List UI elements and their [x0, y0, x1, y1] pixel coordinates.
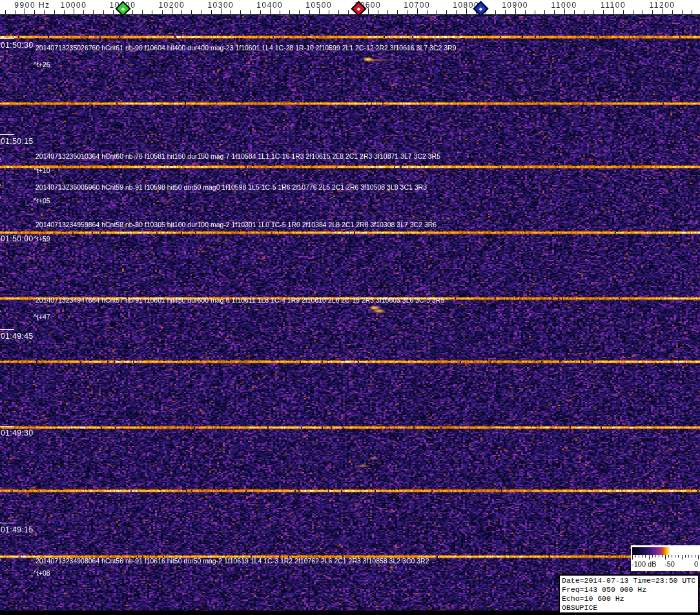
freq-axis-label-9900: 9900 Hz — [14, 1, 50, 10]
event-time-tag: ^t+59 — [34, 235, 50, 243]
legend-tick — [692, 555, 692, 558]
time-label: 01:50:30 — [1, 41, 34, 50]
event-info-line: 20140713234959864 hCnt58 nb-80 f10305 hi… — [36, 221, 437, 228]
legend-tick — [665, 555, 666, 560]
legend-tick — [655, 555, 656, 558]
freq-axis-label-10400: 10400 — [256, 1, 283, 10]
freq-axis-label-10000: 10000 — [61, 1, 87, 10]
color-scale-legend: -100 dB -50 0 — [631, 545, 700, 571]
freq-axis-label-10300: 10300 — [207, 1, 234, 10]
event-info-line: 20140713235005960 hCnt59 nb-91 f10598 hi… — [36, 183, 427, 191]
legend-tick — [695, 555, 695, 558]
time-tick — [0, 523, 14, 523]
edge-caret-mark: ^ — [0, 183, 1, 190]
marker-blue-center-dot — [479, 7, 483, 11]
event-info-line: 20140713234947664 hCnt57 nb-91 f10601 hi… — [36, 296, 444, 304]
legend-tick — [675, 555, 675, 558]
legend-tick — [639, 555, 639, 558]
legend-tick — [632, 555, 633, 560]
freq-axis-label-10900: 10900 — [502, 1, 528, 10]
legend-tick — [678, 555, 679, 558]
freq-axis-label-11100: 11100 — [601, 1, 626, 10]
event-time-tag: ^t+05 — [34, 197, 50, 205]
legend-tick — [688, 555, 689, 558]
legend-label-mid: -50 — [664, 560, 675, 568]
time-label: 01:49:15 — [1, 525, 34, 534]
legend-tick — [662, 555, 663, 558]
legend-tick — [645, 555, 646, 558]
freq-axis-label-10200: 10200 — [158, 1, 185, 10]
legend-tick — [668, 555, 669, 558]
legend-label-max: 0 — [694, 560, 698, 568]
edge-caret-mark: ^ — [0, 58, 1, 65]
info-station: OBSUPICE — [562, 603, 696, 612]
event-time-tag: ^t+47 — [34, 313, 50, 321]
time-label: 01:49:45 — [1, 332, 34, 341]
legend-tick — [685, 555, 686, 558]
spectrogram-display[interactable] — [0, 15, 700, 611]
color-scale-gradient — [632, 547, 698, 555]
station-info-box: Date=2014-07-13 Time=23:50 UTC Freq=143 … — [559, 574, 699, 614]
event-time-tag: ^t+08 — [34, 569, 50, 577]
time-tick — [0, 134, 14, 135]
info-frequency: Freq=143 050 000 Hz — [562, 585, 696, 594]
freq-axis-label-11000: 11000 — [551, 1, 577, 10]
edge-caret-mark: ^ — [0, 558, 1, 565]
event-time-tag: ^t+26 — [34, 61, 50, 68]
time-tick — [0, 38, 14, 39]
legend-tick — [635, 555, 636, 558]
info-echo: Echo=10 600 Hz — [562, 594, 696, 603]
time-label: 01:49:30 — [1, 428, 34, 438]
color-scale-ticks — [632, 555, 699, 560]
legend-tick — [659, 555, 659, 558]
time-tick — [0, 426, 14, 427]
event-time-tag: ^t+10 — [34, 166, 50, 174]
spectrum-lab-window: 9900 Hz100001010010200103001040010500106… — [0, 0, 700, 615]
freq-axis-label-10700: 10700 — [404, 1, 430, 10]
info-date-time: Date=2014-07-13 Time=23:50 UTC — [562, 576, 696, 585]
legend-tick — [642, 555, 643, 558]
event-info-line: 20140713235010364 hCnt60 nb-76 f10581 hi… — [36, 152, 440, 160]
legend-tick — [649, 555, 650, 560]
time-tick — [0, 329, 14, 330]
event-info-line: 20140713235026760 hCnt61 nb-90 f10604 hi… — [36, 44, 457, 52]
legend-label-min: -100 dB — [632, 560, 657, 568]
edge-caret-mark: ^ — [0, 196, 1, 203]
frequency-ruler[interactable] — [0, 0, 700, 15]
legend-tick — [682, 555, 683, 560]
marker-red-center-dot — [356, 7, 360, 11]
time-tick — [0, 232, 14, 232]
edge-caret-mark: ^ — [0, 157, 1, 164]
legend-tick — [672, 555, 672, 558]
legend-tick — [652, 555, 653, 558]
legend-tick — [698, 555, 699, 560]
time-label: 01:50:15 — [1, 137, 34, 146]
freq-axis-label-10500: 10500 — [305, 1, 332, 10]
event-info-line: 20140713234908064 hCnt56 nb-91 f10616 hi… — [36, 557, 429, 565]
edge-caret-mark: ^ — [0, 309, 1, 316]
time-label: 01:50:00 — [1, 234, 34, 243]
freq-axis-label-11200: 11200 — [650, 1, 675, 10]
marker-green-center-dot — [121, 7, 125, 11]
